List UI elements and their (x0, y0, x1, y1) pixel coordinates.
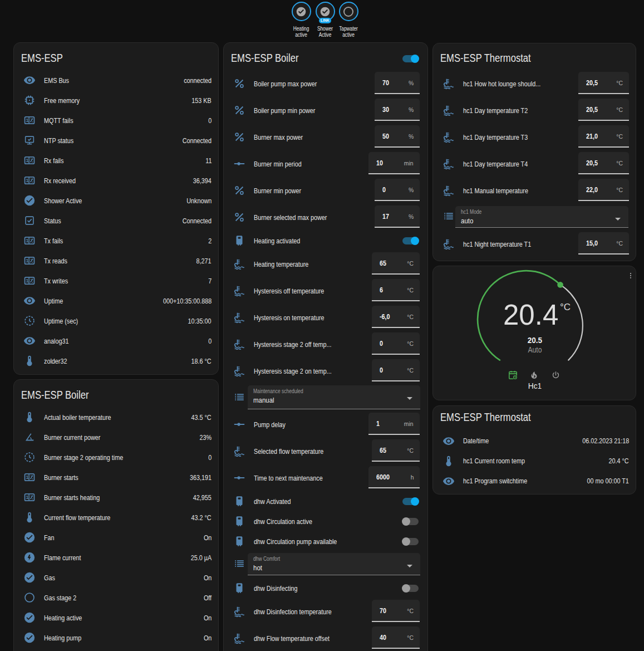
svg-text:1: 1 (26, 258, 29, 263)
svg-text:1: 1 (26, 278, 29, 283)
svg-text:1: 1 (26, 158, 29, 163)
svg-text:1: 1 (26, 474, 29, 480)
svg-text:1: 1 (26, 178, 29, 183)
svg-text:1: 1 (26, 238, 29, 243)
svg-text:1: 1 (26, 495, 29, 500)
svg-text:1: 1 (26, 118, 29, 123)
